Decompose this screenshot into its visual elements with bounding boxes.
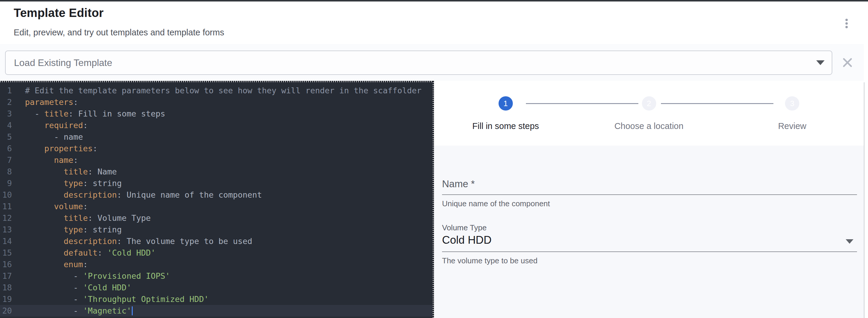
code-line[interactable]: - 'Provisioned IOPS' xyxy=(0,270,433,282)
code-token-text xyxy=(25,202,54,211)
clear-template-icon[interactable] xyxy=(839,55,856,71)
code-line[interactable]: title: Volume Type xyxy=(0,212,433,224)
load-template-combobox[interactable] xyxy=(5,50,832,75)
code-token-text xyxy=(25,225,64,234)
code-token-comment: # Edit the template parameters below to … xyxy=(25,86,422,95)
code-token-punct: : xyxy=(98,248,102,257)
editor-resize-handle-top[interactable] xyxy=(0,81,434,82)
workspace: 1234567891011121314151617181920 # Edit t… xyxy=(0,81,868,318)
step-2-label: Choose a location xyxy=(614,121,683,131)
code-token-text: - xyxy=(25,271,83,281)
volume-type-select[interactable] xyxy=(442,232,857,251)
code-token-key: default xyxy=(64,248,98,257)
code-token-text xyxy=(25,179,64,188)
code-line[interactable]: parameters: xyxy=(0,96,433,108)
code-token-key: title xyxy=(64,213,88,223)
code-token-text: - xyxy=(25,294,83,304)
stepper-connector xyxy=(526,103,638,104)
code-token-text: - xyxy=(25,283,83,292)
code-token-text: - xyxy=(25,109,44,118)
step-2-circle: 2 xyxy=(642,96,656,111)
page-title: Template Editor xyxy=(14,6,103,20)
code-token-text: string xyxy=(88,179,122,188)
code-token-punct: : xyxy=(73,98,78,107)
kebab-dot xyxy=(845,22,848,25)
step-1-label: Fill in some steps xyxy=(472,121,539,131)
code-line[interactable]: default: 'Cold HDD' xyxy=(0,247,433,258)
code-token-text: Name xyxy=(93,167,117,176)
code-token-text: Fill in some steps xyxy=(73,109,165,118)
code-token-key: type xyxy=(64,179,83,188)
code-line[interactable]: type: string xyxy=(0,224,433,235)
volume-field-underline xyxy=(442,251,857,252)
yaml-code-editor[interactable]: 1234567891011121314151617181920 # Edit t… xyxy=(0,81,434,318)
code-token-punct: : xyxy=(83,179,88,188)
code-line[interactable]: # Edit the template parameters below to … xyxy=(0,85,433,96)
step-1-circle: 1 xyxy=(499,96,513,111)
code-token-text xyxy=(25,237,64,246)
code-token-punct: : xyxy=(93,144,98,153)
code-token-punct: : xyxy=(117,190,122,200)
code-line[interactable]: properties: xyxy=(0,143,433,154)
kebab-dot xyxy=(845,19,848,21)
code-token-text: Volume Type xyxy=(93,213,151,223)
stepper-step-1: 1Fill in some steps xyxy=(434,81,578,146)
load-template-input[interactable] xyxy=(6,51,816,74)
code-line[interactable]: - title: Fill in some steps xyxy=(0,108,433,119)
code-token-punct: : xyxy=(68,109,73,118)
volume-field-helper: The volume type to be used xyxy=(442,256,537,266)
code-line[interactable]: - 'Cold HDD' xyxy=(0,282,433,293)
code-token-key: properties xyxy=(44,144,93,153)
code-token-text: - xyxy=(25,306,83,315)
kebab-dot xyxy=(845,26,848,28)
code-token-text xyxy=(25,213,64,223)
code-line[interactable]: description: Unique name of the componen… xyxy=(0,189,433,201)
code-line[interactable]: required: xyxy=(0,119,433,131)
code-line[interactable]: - name xyxy=(0,131,433,143)
template-preview-panel: 1Fill in some steps2Choose a location3Re… xyxy=(434,81,864,318)
code-line[interactable]: type: string xyxy=(0,177,433,189)
code-token-key: description xyxy=(64,237,117,246)
scrollbar-track[interactable] xyxy=(864,82,868,318)
stepper-step-2: 2Choose a location xyxy=(578,81,721,146)
code-token-text: string xyxy=(88,225,122,234)
code-token-key: enum xyxy=(64,260,83,269)
code-token-text xyxy=(25,167,64,176)
code-token-text xyxy=(25,155,54,165)
volume-type-label: Volume Type xyxy=(442,223,487,233)
stepper: 1Fill in some steps2Choose a location3Re… xyxy=(434,81,864,146)
name-field-underline xyxy=(442,195,857,195)
code-token-string: 'Cold HDD' xyxy=(107,248,156,257)
step-3-circle: 3 xyxy=(785,96,799,111)
code-token-punct: : xyxy=(83,260,88,269)
code-line[interactable]: title: Name xyxy=(0,166,433,177)
code-token-text xyxy=(25,248,64,257)
code-token-string: 'Throughput Optimized HDD' xyxy=(83,294,209,304)
name-field-helper: Unique name of the component xyxy=(442,199,550,208)
name-input[interactable] xyxy=(442,174,857,193)
code-token-key: name xyxy=(54,155,73,165)
combobox-caret-down-icon[interactable] xyxy=(816,60,825,65)
page-subtitle: Edit, preview, and try out templates and… xyxy=(14,28,224,37)
template-editor-page: Template Editor Edit, preview, and try o… xyxy=(0,0,868,318)
code-line[interactable]: volume: xyxy=(0,201,433,212)
code-token-punct: : xyxy=(88,213,93,223)
kebab-menu-icon[interactable] xyxy=(840,14,853,32)
code-line[interactable]: description: The volume type to be used xyxy=(0,235,433,247)
code-token-key: required xyxy=(44,121,83,130)
code-line[interactable]: - 'Throughput Optimized HDD' xyxy=(0,293,433,305)
select-caret-down-icon[interactable] xyxy=(846,239,854,244)
code-line[interactable]: enum: xyxy=(0,258,433,270)
code-line[interactable]: - 'Magnetic' xyxy=(0,305,433,317)
code-token-punct: : xyxy=(83,202,88,211)
editor-code[interactable]: # Edit the template parameters below to … xyxy=(0,85,433,317)
stepper-step-3: 3Review xyxy=(720,81,864,146)
code-line[interactable]: name: xyxy=(0,154,433,166)
template-form: Name * Unique name of the component Volu… xyxy=(434,146,864,318)
page-header: Template Editor Edit, preview, and try o… xyxy=(0,1,864,43)
code-token-punct: : xyxy=(88,167,93,176)
code-token-text: The volume type to be used xyxy=(122,237,252,246)
code-token-key: title xyxy=(64,167,88,176)
code-token-punct: : xyxy=(83,225,88,234)
code-token-text xyxy=(25,144,44,153)
